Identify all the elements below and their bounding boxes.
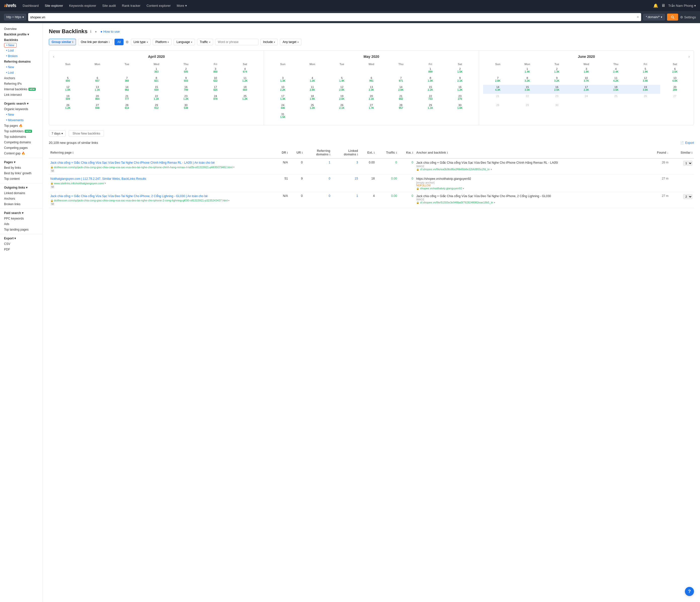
sidebar-item-top-landing-pages[interactable]: Top landing pages	[0, 227, 43, 232]
cal-cell[interactable]: 142.8K	[386, 85, 416, 94]
cal-cell[interactable]: 21682	[386, 94, 416, 103]
sidebar-item-top-pages[interactable]: Top pages 🔥	[0, 123, 43, 129]
cal-cell[interactable]: 193.6K	[630, 85, 660, 94]
any-target-filter[interactable]: Any target ▾	[280, 39, 301, 45]
linked-domains-link[interactable]: 1	[356, 194, 358, 198]
cal-cell[interactable]: 4674	[230, 67, 260, 76]
cal-cell[interactable]: 41.2K	[298, 76, 327, 85]
sidebar-item-backlink-profile[interactable]: Backlink profile ▾	[0, 32, 43, 37]
cal-cell[interactable]: 10622	[201, 76, 230, 85]
cal-cell[interactable]: 22	[512, 94, 542, 103]
anchor-info-icon[interactable]: ℹ	[447, 151, 448, 154]
cal-cell[interactable]: 102.2K	[268, 85, 297, 94]
cal-cell[interactable]: 21777	[112, 94, 142, 103]
cal-cell[interactable]: 11.4K	[512, 67, 542, 76]
cal-cell[interactable]: 29912	[142, 103, 171, 112]
sidebar-item-pdf[interactable]: PDF	[0, 247, 43, 252]
sidebar-item-pages[interactable]: Pages ▾	[0, 159, 43, 165]
sidebar-item-ads[interactable]: Ads	[0, 221, 43, 227]
sidebar-item-content-gap[interactable]: Content gap 🔥	[0, 151, 43, 156]
ext-info-icon[interactable]: ℹ	[374, 151, 375, 154]
cal-cell[interactable]: 1363	[142, 67, 171, 76]
sidebar-item-paid-search[interactable]: Paid search ▾	[0, 210, 43, 216]
ahrefs-logo[interactable]: ahrefs	[4, 3, 16, 8]
cal-cell[interactable]: 27848	[82, 103, 112, 112]
cal-cell[interactable]: 221.1K	[142, 94, 171, 103]
link-type-filter[interactable]: Link type ▾	[131, 39, 151, 45]
cal-cell[interactable]: 122.8K	[327, 85, 356, 94]
cal-cell[interactable]: 92.1K	[445, 76, 475, 85]
similar-select[interactable]: 213	[683, 194, 693, 199]
sidebar-item-top-content[interactable]: Top content	[0, 176, 43, 182]
show-new-backlinks-button[interactable]: Show New backlinks	[69, 130, 104, 137]
sidebar-item-competing-pages[interactable]: Competing pages	[0, 145, 43, 151]
how-to-use-link[interactable]: ● How to use	[100, 30, 120, 33]
sidebar-item-organic-new[interactable]: • New	[0, 112, 43, 117]
sidebar-item-top-subdomains[interactable]: Top subdomains	[0, 134, 43, 139]
word-or-phrase-input[interactable]	[215, 39, 258, 45]
calendar-next-icon[interactable]: ›	[689, 54, 690, 59]
cal-cell[interactable]: 28614	[112, 103, 142, 112]
cal-cell[interactable]: 6991	[356, 76, 386, 85]
clear-search-icon[interactable]: ×	[636, 15, 639, 19]
cal-cell[interactable]: 17825	[201, 85, 230, 94]
sidebar-item-organic-movements[interactable]: • Movements	[0, 117, 43, 123]
cal-cell[interactable]: 6657	[82, 76, 112, 85]
cal-cell[interactable]: 5600	[53, 76, 82, 85]
sidebar-item-link-intersect[interactable]: Link intersect	[0, 92, 43, 98]
cal-cell[interactable]: 30538	[171, 103, 201, 112]
ref-domains-link[interactable]: 0	[329, 177, 330, 180]
search-input[interactable]	[30, 15, 637, 19]
cal-cell[interactable]: 103.7K	[572, 76, 601, 85]
nav-site-audit[interactable]: Site audit	[100, 3, 118, 8]
cal-cell[interactable]: 51.4K	[327, 76, 356, 85]
cal-cell[interactable]: 22733	[416, 94, 445, 103]
cal-cell[interactable]: 262.1K	[327, 103, 356, 112]
sidebar-item-best-by-links[interactable]: Best by links	[0, 165, 43, 171]
domain-mode-select[interactable]: *.domain/* ▾	[643, 14, 665, 20]
anchor-url-link[interactable]: cf.shopee.vn/file/ea0b9bdf6a3f6b65b8e32b…	[420, 168, 490, 171]
sidebar-item-internal-backlinks[interactable]: Internal backlinks NEW	[0, 86, 43, 92]
cal-cell[interactable]: 131.1K	[82, 85, 112, 94]
cal-cell[interactable]: 9503	[171, 76, 201, 85]
search-button[interactable]	[667, 14, 678, 21]
cal-cell[interactable]: 301.6K	[445, 103, 475, 112]
platform-filter[interactable]: Platform ▾	[153, 39, 172, 45]
cal-cell[interactable]: 24446	[268, 103, 297, 112]
traffic-filter[interactable]: Traffic ▾	[197, 39, 213, 45]
linked-domains-link[interactable]: 3	[356, 161, 358, 164]
cal-cell[interactable]: 31.3K	[268, 76, 297, 85]
cal-cell[interactable]: 15930	[142, 85, 171, 94]
ref-page-link[interactable]: Jack chia cống + Giắc Chia cổng Vừa Sạc …	[50, 194, 273, 199]
sidebar-item-new-backlinks[interactable]: • New	[6, 44, 14, 47]
nav-content-explorer[interactable]: Content explorer	[144, 3, 173, 8]
cal-cell[interactable]: 26	[630, 94, 660, 103]
export-button[interactable]: 📄 Export	[680, 141, 694, 145]
sidebar-item-ppc-keywords[interactable]: PPC keywords	[0, 216, 43, 221]
user-menu[interactable]: Trần Nam Phong ▾	[668, 4, 696, 7]
cal-cell[interactable]: 231.2K	[171, 94, 201, 103]
sidebar-item-referring-domains-lost[interactable]: • Lost	[0, 70, 43, 75]
cal-cell[interactable]: 29	[512, 103, 542, 112]
sidebar-item-broken-links[interactable]: Broken links	[0, 202, 43, 207]
cal-cell[interactable]: 83.2K	[512, 76, 542, 85]
cal-cell[interactable]: 72.8K	[483, 76, 512, 85]
cal-cell[interactable]: 8821	[142, 76, 171, 85]
ref-domains-link[interactable]: 1	[329, 161, 330, 164]
cal-cell[interactable]: 132.3K	[356, 85, 386, 94]
sidebar-item-referring-domains[interactable]: Referring domains	[0, 59, 43, 64]
cal-cell[interactable]: 152.2K	[416, 85, 445, 94]
cal-cell[interactable]: 23270	[445, 94, 475, 103]
cal-cell[interactable]: 251.2K	[230, 94, 260, 103]
sidebar-item-backlinks[interactable]: Backlinks	[0, 37, 43, 43]
all-button[interactable]: All	[115, 39, 123, 45]
cal-cell[interactable]: 261.2K	[53, 103, 82, 112]
days-select[interactable]: 7 days ▾	[49, 130, 66, 137]
cal-cell[interactable]: 21.5K	[445, 67, 475, 76]
cal-cell[interactable]: 27	[660, 94, 690, 103]
sidebar-item-referring-domains-new[interactable]: • New	[0, 64, 43, 70]
sidebar-item-csv[interactable]: CSV	[0, 241, 43, 247]
cal-cell[interactable]: 93.2K	[542, 76, 571, 85]
cal-cell[interactable]: 1899	[416, 67, 445, 76]
cal-cell[interactable]: 20289	[660, 85, 690, 94]
